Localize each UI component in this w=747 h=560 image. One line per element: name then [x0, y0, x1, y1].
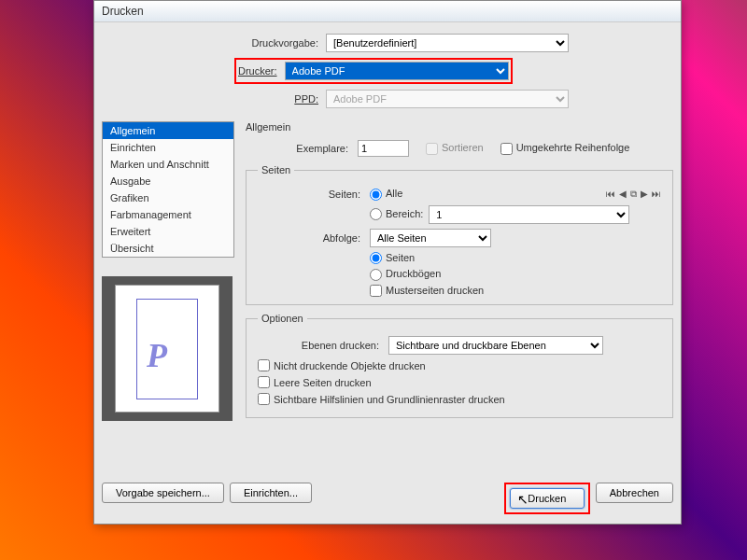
- printer-settings: Druckvorgabe: [Benutzerdefiniert] Drucke…: [216, 22, 681, 121]
- sidebar-item-output[interactable]: Ausgabe: [103, 173, 233, 189]
- printer-highlight: Drucker: Adobe PDF: [234, 58, 513, 84]
- ppd-label: PPD:: [234, 93, 318, 105]
- sequence-label: Abfolge:: [258, 232, 360, 244]
- copies-input[interactable]: [358, 140, 409, 157]
- printer-select[interactable]: Adobe PDF: [285, 62, 509, 80]
- page-nav-icons[interactable]: ⏮ ◀ ⧉ ▶ ⏭: [606, 189, 661, 200]
- spread-icon[interactable]: ⧉: [630, 189, 637, 200]
- pages-label: Seiten:: [258, 189, 360, 200]
- options-legend: Optionen: [258, 313, 307, 324]
- dialog-title: Drucken: [94, 1, 681, 22]
- button-bar: Vorgabe speichern... Einrichten... Druck…: [102, 483, 673, 514]
- reverse-checkbox[interactable]: Umgekehrte Reihenfolge: [500, 142, 630, 155]
- master-checkbox[interactable]: Musterseiten drucken: [370, 285, 661, 298]
- page-preview: [102, 276, 233, 421]
- range-select[interactable]: 1: [429, 205, 629, 224]
- all-radio[interactable]: Alle: [370, 188, 402, 201]
- spreads-option-radio[interactable]: Druckbögen: [370, 268, 661, 281]
- preset-label: Druckvorgabe:: [234, 37, 318, 49]
- sidebar-item-marks[interactable]: Marken und Anschnitt: [103, 156, 233, 173]
- pages-option-radio[interactable]: Seiten: [370, 252, 661, 265]
- panel-heading: Allgemein: [246, 121, 673, 133]
- sidebar-item-summary[interactable]: Übersicht: [103, 240, 233, 257]
- layers-label: Ebenen drucken:: [258, 340, 379, 351]
- blank-checkbox[interactable]: Leere Seiten drucken: [258, 376, 661, 388]
- print-button[interactable]: Drucken: [510, 488, 585, 509]
- pages-legend: Seiten: [258, 164, 294, 175]
- sidebar-item-general[interactable]: Allgemein: [103, 122, 233, 139]
- print-highlight: Drucken: [504, 483, 590, 514]
- pages-fieldset: Seiten Seiten: Alle ⏮ ◀ ⧉ ▶ ⏭ Bereich: 1: [246, 164, 673, 305]
- print-dialog: Drucken Druckvorgabe: [Benutzerdefiniert…: [93, 0, 682, 525]
- sidebar-item-color[interactable]: Farbmanagement: [103, 206, 233, 223]
- prev-icon[interactable]: ◀: [619, 189, 627, 200]
- sidebar-item-advanced[interactable]: Erweitert: [103, 223, 233, 240]
- preset-select[interactable]: [Benutzerdefiniert]: [326, 34, 569, 52]
- options-fieldset: Optionen Ebenen drucken: Sichtbare und d…: [246, 313, 673, 418]
- sequence-select[interactable]: Alle Seiten: [370, 229, 491, 247]
- first-icon[interactable]: ⏮: [606, 189, 615, 200]
- guides-checkbox[interactable]: Sichtbare Hilfslinien und Grundlinienras…: [258, 393, 661, 405]
- next-icon[interactable]: ▶: [641, 189, 648, 200]
- save-preset-button[interactable]: Vorgabe speichern...: [102, 483, 224, 503]
- collate-checkbox: Sortieren: [426, 142, 484, 155]
- range-radio[interactable]: Bereich:: [370, 208, 423, 221]
- preview-thumbnail: [115, 285, 219, 413]
- cancel-button[interactable]: Abbrechen: [596, 483, 673, 503]
- layers-select[interactable]: Sichtbare und druckbare Ebenen: [388, 336, 603, 355]
- ppd-select: Adobe PDF: [326, 90, 569, 108]
- last-icon[interactable]: ⏭: [652, 189, 661, 200]
- sidebar-item-graphics[interactable]: Grafiken: [103, 189, 233, 206]
- category-sidebar: Allgemein Einrichten Marken und Anschnit…: [102, 121, 234, 258]
- setup-button[interactable]: Einrichten...: [230, 483, 312, 503]
- printer-label: Drucker:: [238, 65, 277, 77]
- left-column: Allgemein Einrichten Marken und Anschnit…: [102, 121, 246, 426]
- general-panel: Allgemein Exemplare: Sortieren Umgekehrt…: [246, 121, 673, 426]
- copies-label: Exemplare:: [246, 143, 348, 154]
- sidebar-item-setup[interactable]: Einrichten: [103, 139, 233, 156]
- nonprinting-checkbox[interactable]: Nicht druckende Objekte drucken: [258, 359, 661, 371]
